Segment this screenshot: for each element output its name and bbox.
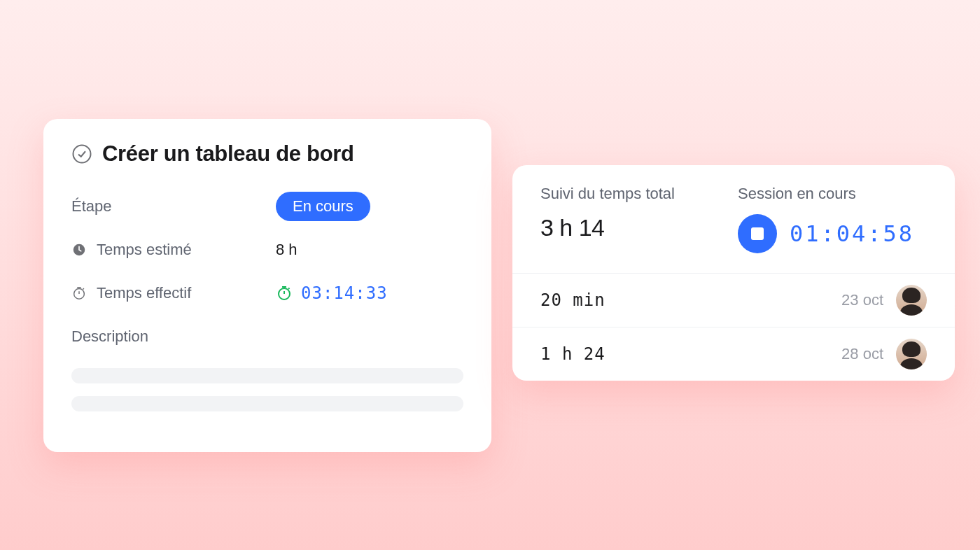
- actual-row: Temps effectif 03:14:33: [71, 276, 463, 311]
- stop-timer-button[interactable]: [738, 214, 777, 253]
- total-time-value: 3 h 14: [540, 214, 738, 241]
- avatar: [896, 285, 927, 316]
- time-summary-row: Suivi du temps total 3 h 14 Session en c…: [512, 165, 955, 273]
- log-duration: 1 h 24: [540, 344, 606, 364]
- avatar: [896, 339, 927, 369]
- svg-point-0: [74, 146, 91, 163]
- log-duration: 20 min: [540, 290, 606, 310]
- time-tracking-card: Suivi du temps total 3 h 14 Session en c…: [512, 165, 955, 381]
- actual-label: Temps effectif: [97, 284, 191, 302]
- description-placeholder-line: [71, 368, 463, 383]
- time-log-row[interactable]: 1 h 24 28 oct: [512, 327, 955, 381]
- clock-icon: [71, 242, 87, 258]
- estimate-row: Temps estimé 8 h: [71, 232, 463, 267]
- total-time-label: Suivi du temps total: [540, 185, 738, 203]
- task-title-row: Créer un tableau de bord: [71, 141, 463, 167]
- svg-point-2: [74, 289, 85, 299]
- log-date: 28 oct: [841, 345, 883, 363]
- estimate-label: Temps estimé: [97, 241, 192, 259]
- description-label: Description: [71, 327, 463, 346]
- task-title: Créer un tableau de bord: [102, 141, 354, 167]
- description-placeholder-line: [71, 396, 463, 411]
- running-timer-icon[interactable]: [276, 285, 293, 302]
- status-pill[interactable]: En cours: [276, 192, 370, 221]
- check-circle-icon[interactable]: [71, 143, 92, 164]
- session-time-value: 01:04:58: [790, 220, 914, 247]
- stage-row: Étape En cours: [71, 189, 463, 224]
- stopwatch-icon: [71, 285, 87, 301]
- session-label: Session en cours: [738, 185, 914, 203]
- task-detail-card: Créer un tableau de bord Étape En cours …: [43, 119, 491, 452]
- stop-icon: [751, 227, 764, 240]
- time-log-row[interactable]: 20 min 23 oct: [512, 273, 955, 327]
- estimate-value: 8 h: [276, 241, 298, 259]
- log-date: 23 oct: [841, 291, 883, 309]
- stage-label: Étape: [71, 197, 112, 216]
- actual-value: 03:14:33: [301, 283, 388, 303]
